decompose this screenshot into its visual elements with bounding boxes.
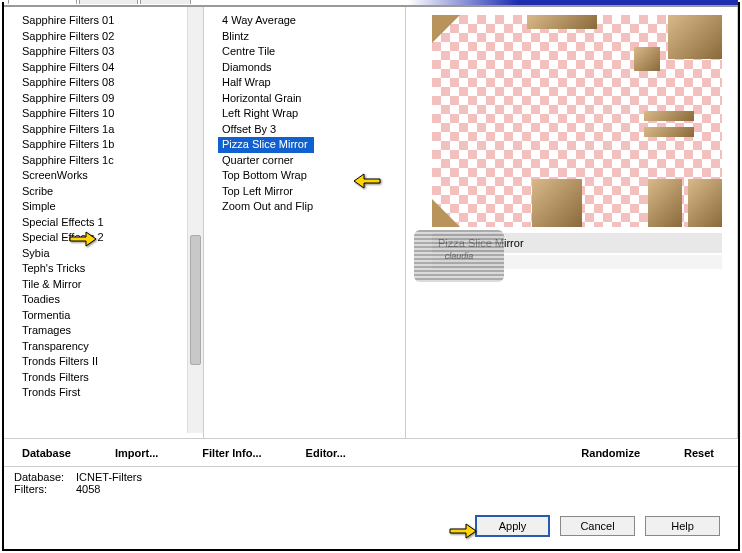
list-item[interactable]: Zoom Out and Flip (218, 199, 405, 215)
tab-about[interactable]: About (140, 0, 191, 4)
list-item[interactable]: Sapphire Filters 08 (18, 75, 203, 91)
list-item[interactable]: Scribe (18, 184, 203, 200)
list-item[interactable]: Tronds Filters II (18, 354, 203, 370)
list-item[interactable]: Sybia (18, 246, 203, 262)
category-listbox[interactable]: Sapphire Filters 01Sapphire Filters 02Sa… (4, 7, 203, 433)
main-content: Sapphire Filters 01Sapphire Filters 02Sa… (4, 6, 738, 438)
tab-presets[interactable]: Presets (79, 0, 138, 4)
list-item[interactable]: Blintz (218, 29, 405, 45)
filter-info-button[interactable]: Filter Info... (192, 443, 271, 463)
list-item[interactable]: Pizza Slice Mirror (218, 137, 314, 153)
list-item[interactable]: Diamonds (218, 60, 405, 76)
filter-listbox[interactable]: 4 Way AverageBlintzCentre TileDiamondsHa… (204, 7, 405, 433)
list-item[interactable]: Special Effects 1 (18, 215, 203, 231)
list-item[interactable]: Simple (18, 199, 203, 215)
list-item[interactable]: Tormentia (18, 308, 203, 324)
list-item[interactable]: Tramages (18, 323, 203, 339)
filter-panel: 4 Way AverageBlintzCentre TileDiamondsHa… (204, 7, 406, 438)
status-database-label: Database: (14, 471, 76, 483)
import-button[interactable]: Import... (105, 443, 168, 463)
list-item[interactable]: Half Wrap (218, 75, 405, 91)
reset-button[interactable]: Reset (674, 443, 724, 463)
randomize-button[interactable]: Randomize (571, 443, 650, 463)
list-item[interactable]: Quarter corner (218, 153, 405, 169)
status-filters-label: Filters: (14, 483, 76, 495)
help-button[interactable]: Help (645, 516, 720, 536)
category-panel: Sapphire Filters 01Sapphire Filters 02Sa… (4, 7, 204, 438)
list-item[interactable]: Transparency (18, 339, 203, 355)
list-item[interactable]: Centre Tile (218, 44, 405, 60)
list-item[interactable]: Sapphire Filters 1a (18, 122, 203, 138)
pointer-icon (448, 518, 478, 540)
list-item[interactable]: 4 Way Average (218, 13, 405, 29)
title-banner: Navigator Presets About Filters Unlimite… (4, 0, 738, 6)
status-filters-value: 4058 (76, 483, 100, 495)
list-item[interactable]: Top Left Mirror (218, 184, 405, 200)
tab-navigator[interactable]: Navigator (8, 0, 77, 4)
preview-panel: Pizza Slice Mirror (406, 7, 738, 438)
list-item[interactable]: Tile & Mirror (18, 277, 203, 293)
app-window: Navigator Presets About Filters Unlimite… (2, 2, 740, 551)
list-item[interactable]: Teph's Tricks (18, 261, 203, 277)
list-item[interactable]: Horizontal Grain (218, 91, 405, 107)
tab-bar: Navigator Presets About (8, 0, 738, 4)
list-item[interactable]: Special Effects 2 (18, 230, 203, 246)
category-scrollbar[interactable] (187, 7, 203, 433)
list-item[interactable]: Tronds First (18, 385, 203, 401)
list-item[interactable]: Offset By 3 (218, 122, 405, 138)
list-item[interactable]: Sapphire Filters 09 (18, 91, 203, 107)
list-item[interactable]: Sapphire Filters 1b (18, 137, 203, 153)
preview-image (432, 15, 722, 227)
list-item[interactable]: Sapphire Filters 02 (18, 29, 203, 45)
list-item[interactable]: Sapphire Filters 01 (18, 13, 203, 29)
apply-button[interactable]: Apply (475, 515, 550, 537)
list-item[interactable]: Left Right Wrap (218, 106, 405, 122)
list-item[interactable]: Sapphire Filters 1c (18, 153, 203, 169)
list-item[interactable]: Tronds Filters (18, 370, 203, 386)
list-item[interactable]: Toadies (18, 292, 203, 308)
toolbar: Database Import... Filter Info... Editor… (4, 438, 738, 466)
cancel-button[interactable]: Cancel (560, 516, 635, 536)
list-item[interactable]: Sapphire Filters 04 (18, 60, 203, 76)
status-database-value: ICNET-Filters (76, 471, 142, 483)
editor-button[interactable]: Editor... (296, 443, 356, 463)
watermark-logo: claudia (414, 230, 504, 282)
list-item[interactable]: Sapphire Filters 03 (18, 44, 203, 60)
dialog-buttons: Apply Cancel Help (475, 515, 720, 537)
scrollbar-thumb[interactable] (190, 235, 201, 365)
list-item[interactable]: Top Bottom Wrap (218, 168, 405, 184)
database-button[interactable]: Database (12, 443, 81, 463)
list-item[interactable]: Sapphire Filters 10 (18, 106, 203, 122)
status-bar: Database:ICNET-Filters Filters:4058 (4, 466, 738, 499)
list-item[interactable]: ScreenWorks (18, 168, 203, 184)
